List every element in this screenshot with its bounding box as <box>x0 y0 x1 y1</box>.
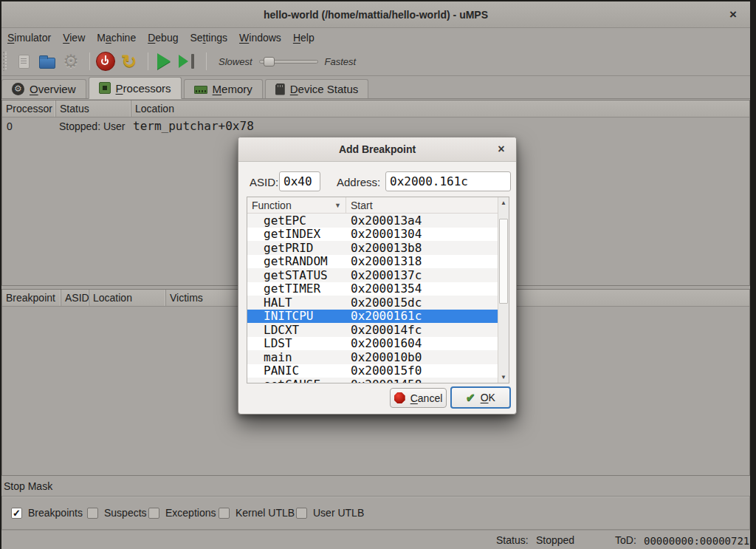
reset-icon: ↻ <box>122 52 137 71</box>
reset-machine-button[interactable]: ↻ <box>119 50 140 72</box>
tab-device-status[interactable]: Device Status <box>265 79 369 98</box>
open-machine-button[interactable] <box>37 50 58 72</box>
machine-settings-button[interactable]: ⚙ <box>61 50 81 72</box>
exceptions-checkbox[interactable] <box>148 508 159 519</box>
cancel-stop-icon <box>394 392 405 403</box>
toolbar-grip-handle[interactable] <box>3 52 7 71</box>
address-input[interactable] <box>385 171 511 191</box>
column-header-asid[interactable]: ASID <box>61 290 89 306</box>
menu-machine-label: Machine <box>97 32 136 44</box>
function-row[interactable]: getPRID 0x200013b8 <box>247 241 498 255</box>
window-close-icon[interactable]: × <box>725 7 741 23</box>
tab-memory[interactable]: Memory <box>184 79 263 98</box>
function-list: Function ▼ Start getEPC 0x200013a4 getIN… <box>247 197 509 383</box>
function-start-address: 0x20001304 <box>346 227 498 241</box>
toolbar-separator <box>148 52 148 70</box>
function-name: main <box>247 350 346 364</box>
scroll-down-icon[interactable]: ▼ <box>498 372 509 383</box>
stop-mask-title: Stop Mask <box>4 480 52 492</box>
dialog-title-bar[interactable]: Add Breakpoint × <box>238 137 516 162</box>
function-start-address: 0x20001318 <box>346 254 498 268</box>
tab-overview[interactable]: ⚙ Overview <box>1 79 86 98</box>
kernel-utlb-checkbox-label: Kernel UTLB <box>236 507 295 519</box>
function-row[interactable]: getTIMER 0x20001354 <box>247 282 498 296</box>
asid-input[interactable] <box>279 171 320 191</box>
column-header-breakpoint[interactable]: Breakpoint <box>2 290 61 306</box>
function-row[interactable]: getINDEX 0x20001304 <box>247 228 498 242</box>
speed-slider-handle[interactable] <box>264 57 275 67</box>
menu-view[interactable]: View <box>57 30 91 46</box>
function-name: INITCPU <box>247 309 346 323</box>
new-machine-button[interactable] <box>13 50 34 72</box>
dialog-close-icon[interactable]: × <box>494 142 509 157</box>
menu-debug[interactable]: Debug <box>142 30 184 46</box>
processor-row[interactable]: 0 Stopped: User term_putchar+0x78 <box>2 117 749 134</box>
function-start-address: 0x200015dc <box>346 296 498 310</box>
function-row[interactable]: getSTATUS 0x2000137c <box>247 268 498 282</box>
tab-bar: ⚙ Overview Processors Memory Device Stat… <box>1 76 750 99</box>
status-label: Status: <box>496 534 529 546</box>
user-utlb-checkbox-label: User UTLB <box>313 507 364 519</box>
title-bar[interactable]: hello-world (/home/mattia/hello-world) -… <box>1 1 750 28</box>
checkbox-user-utlb[interactable]: User UTLB <box>296 497 364 529</box>
overview-gear-icon: ⚙ <box>12 83 24 95</box>
function-name: getRANDOM <box>247 254 346 268</box>
step-button[interactable] <box>177 50 198 72</box>
tod-label: ToD: <box>615 534 636 546</box>
suspects-checkbox[interactable] <box>87 508 98 519</box>
function-row[interactable]: setCAUSE 0x20001458 <box>247 378 498 383</box>
cancel-button[interactable]: Cancel <box>390 388 447 408</box>
function-row[interactable]: INITCPU 0x2000161c <box>247 310 498 324</box>
function-row[interactable]: LDST 0x20001604 <box>247 337 498 351</box>
function-list-scrollbar[interactable]: ▲ ▼ <box>498 197 509 383</box>
checkbox-exceptions[interactable]: Exceptions <box>148 497 216 529</box>
function-start-address: 0x20001354 <box>346 282 498 296</box>
processor-table-header: Processor Status Location <box>2 100 749 117</box>
column-header-start[interactable]: Start <box>346 197 498 213</box>
function-row[interactable]: LDCXT 0x200014fc <box>247 323 498 337</box>
ok-button[interactable]: ✔ OK <box>450 386 511 409</box>
function-name: getINDEX <box>247 227 346 241</box>
power-off-button[interactable] <box>95 50 116 72</box>
menu-simulator[interactable]: Simulator <box>1 30 57 46</box>
function-row[interactable]: main 0x200010b0 <box>247 350 498 364</box>
column-header-function[interactable]: Function ▼ <box>247 197 346 213</box>
tab-processors-label: Processors <box>116 82 171 95</box>
column-header-processor[interactable]: Processor <box>2 100 56 117</box>
function-start-address: 0x200013b8 <box>346 241 498 255</box>
column-header-status[interactable]: Status <box>56 100 131 117</box>
menu-view-label: View <box>63 32 85 44</box>
speed-slider[interactable] <box>259 60 318 64</box>
menu-windows[interactable]: Windows <box>233 30 287 46</box>
processor-id: 0 <box>2 120 56 132</box>
function-start-address: 0x200015f0 <box>346 364 498 378</box>
menu-machine[interactable]: Machine <box>91 30 142 46</box>
kernel-utlb-checkbox[interactable] <box>219 508 230 519</box>
ram-stick-icon <box>194 86 207 94</box>
checkbox-suspects[interactable]: Suspects <box>87 497 147 529</box>
scroll-up-icon[interactable]: ▲ <box>498 197 509 208</box>
exceptions-checkbox-label: Exceptions <box>165 507 216 519</box>
toolbar-separator <box>89 52 90 70</box>
breakpoints-checkbox[interactable]: ✓ <box>11 508 22 519</box>
menu-settings[interactable]: Settings <box>184 30 233 46</box>
function-row[interactable]: HALT 0x200015dc <box>247 296 498 310</box>
function-row[interactable]: PANIC 0x200015f0 <box>247 364 498 378</box>
open-folder-icon <box>39 58 55 69</box>
scrollbar-thumb[interactable] <box>499 219 508 304</box>
speed-fastest-label: Fastest <box>325 56 357 67</box>
function-row[interactable]: getRANDOM 0x20001318 <box>247 255 498 269</box>
function-row[interactable]: getEPC 0x200013a4 <box>247 214 498 228</box>
continue-button[interactable] <box>154 50 174 72</box>
menu-settings-label: Settings <box>190 32 227 44</box>
checkbox-breakpoints[interactable]: ✓ Breakpoints <box>11 497 83 529</box>
column-header-bp-location[interactable]: Location <box>89 290 166 306</box>
checkbox-kernel-utlb[interactable]: Kernel UTLB <box>219 497 295 529</box>
user-utlb-checkbox[interactable] <box>296 508 307 519</box>
function-list-header: Function ▼ Start <box>247 197 498 214</box>
menu-help[interactable]: Help <box>287 30 320 46</box>
tab-processors[interactable]: Processors <box>89 77 182 99</box>
menu-bar: Simulator View Machine Debug Settings Wi… <box>1 28 750 47</box>
column-header-location[interactable]: Location <box>131 100 749 117</box>
window-title: hello-world (/home/mattia/hello-world) -… <box>264 9 488 21</box>
